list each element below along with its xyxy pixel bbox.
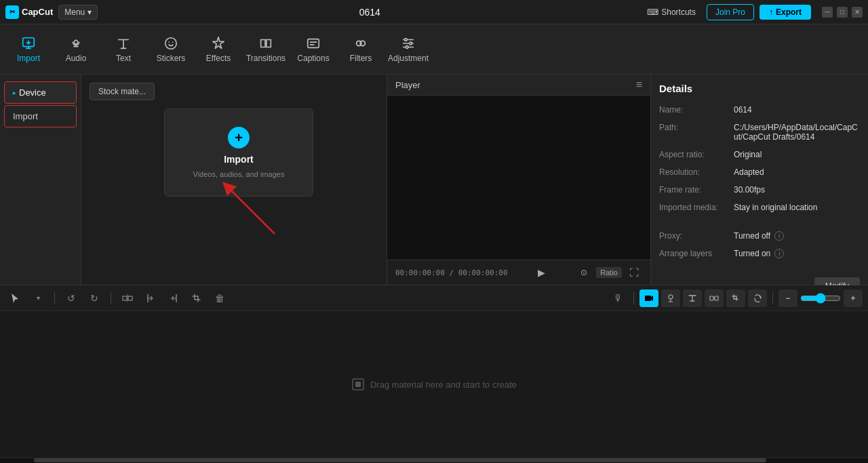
menu-button[interactable]: Menu ▾ [58,5,98,20]
timeline-btn-5[interactable] [726,289,745,307]
stickers-icon [163,36,178,51]
toolbar-text[interactable]: Text [100,28,146,71]
toolbar-adjustment[interactable]: Adjustment [385,28,431,71]
mark-out-icon [168,293,179,304]
detail-row-proxy: Proxy: Turned off i [659,231,860,241]
project-title: 0614 [103,7,636,18]
aspect-label: Aspect ratio: [659,150,734,159]
split-button[interactable] [118,289,137,307]
filters-icon [353,36,368,51]
main-content: ▸ Device Import Stock mate... + Import V… [0,75,868,285]
fullscreen-button[interactable]: ⛶ [626,264,642,281]
close-button[interactable]: ✕ [852,7,863,18]
timeline-btn-6[interactable] [748,289,767,307]
mic-button[interactable]: 🎙 [609,289,628,307]
player-time: 00:00:00:00 / 00:00:00:00 [395,268,508,277]
select-dropdown-button[interactable]: ▾ [28,289,47,307]
captions-icon [306,36,321,51]
tl-separator-4 [772,292,773,304]
toolbar-stickers[interactable]: Stickers [148,28,194,71]
minimize-button[interactable]: ─ [822,7,833,18]
timeline-track-area[interactable]: Drag material here and start to create [0,311,868,458]
delete-button[interactable]: 🗑 [210,289,229,307]
timeline-scrollbar-thumb [34,458,766,462]
undo-button[interactable]: ↺ [62,289,81,307]
resolution-label: Resolution: [659,167,734,177]
proxy-value: Turned off [734,231,770,241]
text-track-icon [688,294,697,303]
ratio-button[interactable]: Ratio [596,267,622,278]
timeline-scrollbar[interactable] [0,458,868,463]
toolbar-filters[interactable]: Filters [338,28,384,71]
top-right-controls: ⌨ Shortcuts Join Pro ↑ Export ─ □ ✕ [642,4,863,20]
redo-button[interactable]: ↻ [85,289,104,307]
svg-rect-18 [715,296,718,300]
mark-out-button[interactable] [164,289,183,307]
sidebar-item-import[interactable]: Import [4,105,77,127]
toolbar-adjustment-label: Adjustment [388,54,429,63]
import-plus-icon: + [228,127,250,148]
toolbar-audio[interactable]: Audio [53,28,99,71]
proxy-label: Proxy: [659,231,734,241]
main-toolbar: Import Audio Text Stickers Effects [0,24,868,75]
crop-button[interactable] [187,289,206,307]
timeline-btn-1[interactable] [639,289,658,307]
toolbar-transitions[interactable]: Transitions [243,28,289,71]
drag-hint-text: Drag material here and start to create [370,380,517,390]
sidebar-item-device[interactable]: ▸ Device [4,81,77,104]
svg-rect-15 [645,296,651,301]
path-label: Path: [659,123,734,132]
detail-row-resolution: Resolution: Adapted [659,167,860,177]
arrange-info-icon[interactable]: i [774,249,784,258]
export-button[interactable]: ↑ Export [760,5,811,20]
transition-track-icon [709,294,719,303]
proxy-value-group: Turned off i [734,231,784,241]
join-pro-button[interactable]: Join Pro [707,4,754,20]
select-tool-button[interactable] [5,289,24,307]
record-button[interactable]: ⊙ [576,264,592,281]
svg-point-16 [669,295,673,299]
stock-material-button[interactable]: Stock mate... [90,83,155,100]
zoom-out-button[interactable]: − [778,289,797,307]
sidebar-arrow-icon: ▸ [13,89,16,96]
tl-separator-3 [633,292,634,304]
toolbar-stickers-label: Stickers [157,54,186,63]
imported-value: Stay in original location [734,203,817,212]
zoom-in-button[interactable]: + [844,289,863,307]
path-value: C:/Users/HP/AppData/Local/CapCut/CapCut … [734,123,860,142]
timeline-toolbar: ▾ ↺ ↻ [0,285,868,311]
toolbar-captions[interactable]: Captions [290,28,336,71]
shortcuts-label: Shortcuts [661,7,696,17]
export-icon: ↑ [769,7,773,17]
toolbar-text-label: Text [116,54,131,63]
left-panel: ▸ Device Import Stock mate... + Import V… [0,75,387,285]
play-button[interactable]: ▶ [534,264,550,281]
arrange-label: Arrange layers [659,249,734,258]
sidebar-import-label: Import [13,111,38,121]
player-menu-icon[interactable]: ≡ [636,79,642,91]
toolbar-effects[interactable]: Effects [195,28,241,71]
timeline-btn-3[interactable] [683,289,702,307]
proxy-info-icon[interactable]: i [774,231,784,241]
timeline-btn-2[interactable] [661,289,680,307]
import-drop-zone[interactable]: + Import Videos, audios, and images [164,108,313,197]
detail-row-imported: Imported media: Stay in original locatio… [659,203,860,212]
shortcuts-button[interactable]: ⌨ Shortcuts [642,5,701,19]
toolbar-effects-label: Effects [206,54,231,63]
details-panel: Details Name: 0614 Path: C:/Users/HP/App… [651,75,868,285]
svg-point-7 [410,42,412,45]
player-header: Player ≡ [387,75,650,96]
svg-point-8 [406,45,408,48]
restore-button[interactable]: □ [837,7,848,18]
player-panel: Player ≡ 00:00:00:00 / 00:00:00:00 ▶ ⊙ R… [387,75,651,285]
aspect-value: Original [734,150,762,159]
timeline-btn-4[interactable] [705,289,724,307]
rotate-icon [753,294,762,303]
resolution-value: Adapted [734,167,764,177]
zoom-slider[interactable] [800,293,841,304]
sidebar: ▸ Device Import [0,75,81,285]
keyboard-icon: ⌨ [647,7,658,17]
mark-in-button[interactable] [141,289,160,307]
toolbar-import[interactable]: Import [5,28,52,71]
drag-hint-icon [351,378,365,391]
